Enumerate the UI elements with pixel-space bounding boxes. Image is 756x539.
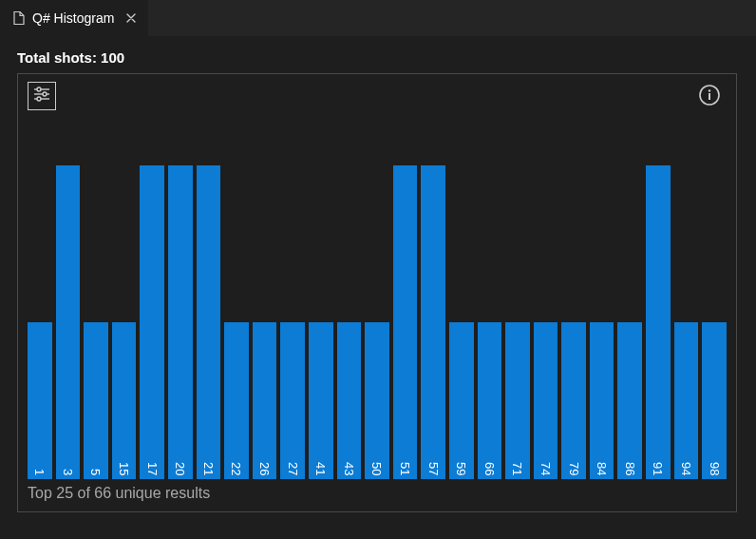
bar-label: 51 <box>398 462 412 479</box>
chart-toolbar <box>28 82 727 114</box>
histogram-bar[interactable]: 84 <box>590 322 614 479</box>
histogram-bar[interactable]: 94 <box>674 322 699 479</box>
histogram-bar[interactable]: 1 <box>28 322 52 479</box>
histogram-bar[interactable]: 59 <box>449 322 474 479</box>
bar-label: 94 <box>679 462 693 479</box>
histogram-bar[interactable]: 86 <box>617 322 642 479</box>
bar-label: 22 <box>229 462 243 479</box>
svg-rect-8 <box>709 93 710 100</box>
bar-label: 41 <box>313 462 328 479</box>
histogram-bar[interactable]: 71 <box>505 322 530 479</box>
bar-label: 20 <box>173 462 187 479</box>
tab-qsharp-histogram[interactable]: Q# Histogram <box>0 0 148 36</box>
histogram-plot: 1351517202122262741435051575966717479848… <box>28 114 727 479</box>
histogram-bar[interactable]: 17 <box>140 165 164 479</box>
histogram-bar[interactable]: 74 <box>534 322 558 479</box>
histogram-bar[interactable]: 26 <box>253 322 277 479</box>
histogram-bar[interactable]: 21 <box>197 165 221 479</box>
svg-point-5 <box>37 97 41 101</box>
svg-point-3 <box>43 92 47 96</box>
histogram-bar[interactable]: 57 <box>421 165 445 479</box>
bar-label: 66 <box>482 462 497 479</box>
chart-caption: Top 25 of 66 unique results <box>28 485 727 502</box>
histogram-bar[interactable]: 51 <box>393 165 418 479</box>
tab-label: Q# Histogram <box>32 10 114 26</box>
bar-label: 57 <box>426 462 441 479</box>
histogram-bar[interactable]: 27 <box>280 322 305 479</box>
close-icon[interactable] <box>122 9 141 28</box>
bar-label: 1 <box>32 469 47 479</box>
histogram-frame: 1351517202122262741435051575966717479848… <box>17 73 737 512</box>
histogram-bar[interactable]: 41 <box>309 322 333 479</box>
bar-label: 79 <box>567 462 581 479</box>
histogram-bar[interactable]: 43 <box>337 322 362 479</box>
tab-bar: Q# Histogram <box>0 0 756 36</box>
histogram-bar[interactable]: 66 <box>478 322 502 479</box>
sliders-icon <box>32 85 51 107</box>
bar-label: 91 <box>651 462 665 479</box>
bar-label: 59 <box>454 462 468 479</box>
svg-point-1 <box>37 87 41 91</box>
histogram-bar[interactable]: 22 <box>224 322 249 479</box>
histogram-bar[interactable]: 98 <box>702 322 727 479</box>
file-icon <box>11 10 27 26</box>
histogram-bar[interactable]: 3 <box>56 165 81 479</box>
settings-button[interactable] <box>28 82 56 110</box>
bar-label: 50 <box>369 462 384 479</box>
bar-label: 84 <box>595 462 609 479</box>
bar-label: 74 <box>539 462 553 479</box>
histogram-bar[interactable]: 20 <box>168 165 193 479</box>
bar-label: 86 <box>623 462 637 479</box>
info-button[interactable] <box>696 84 723 110</box>
bar-label: 26 <box>257 462 272 479</box>
histogram-bar[interactable]: 79 <box>561 322 586 479</box>
bar-label: 21 <box>201 462 216 479</box>
histogram-bar[interactable]: 91 <box>646 165 671 479</box>
bar-label: 5 <box>88 469 103 479</box>
bar-label: 98 <box>708 462 722 479</box>
info-icon <box>698 84 721 110</box>
bar-label: 71 <box>510 462 524 479</box>
bar-label: 3 <box>61 469 75 479</box>
svg-point-7 <box>709 89 710 91</box>
histogram-bar[interactable]: 5 <box>84 322 108 479</box>
bar-label: 17 <box>145 462 160 479</box>
bar-label: 43 <box>342 462 356 479</box>
bar-label: 27 <box>286 462 300 479</box>
total-shots-label: Total shots: 100 <box>17 49 739 66</box>
panel-body: Total shots: 100 <box>0 36 756 529</box>
histogram-bar[interactable]: 15 <box>112 322 137 479</box>
histogram-bar[interactable]: 50 <box>365 322 389 479</box>
bar-label: 15 <box>117 462 131 479</box>
